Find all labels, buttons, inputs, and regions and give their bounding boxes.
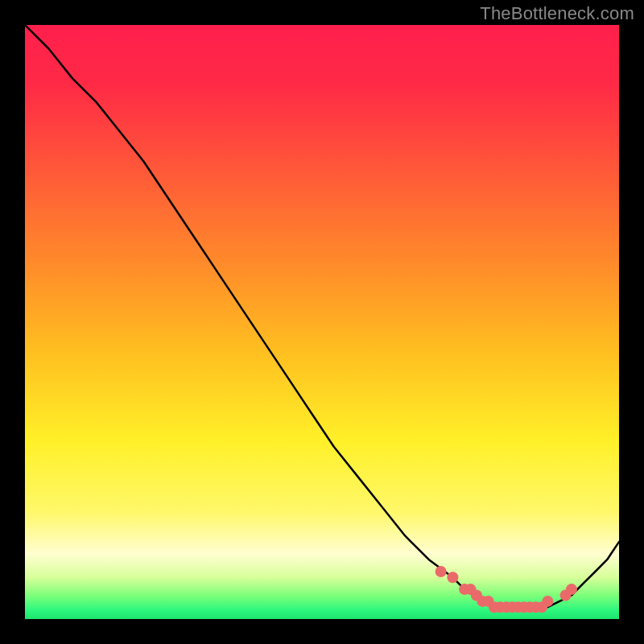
curve-marker [542,596,553,607]
plot-area [25,25,619,619]
curve-marker [447,572,458,583]
curve-marker [566,584,577,595]
curve-plot [25,25,619,619]
gradient-rect [25,25,619,619]
watermark-text: TheBottleneck.com [480,3,634,24]
curve-marker [436,566,447,577]
chart-frame: TheBottleneck.com Enable JS to render ch… [0,0,644,644]
